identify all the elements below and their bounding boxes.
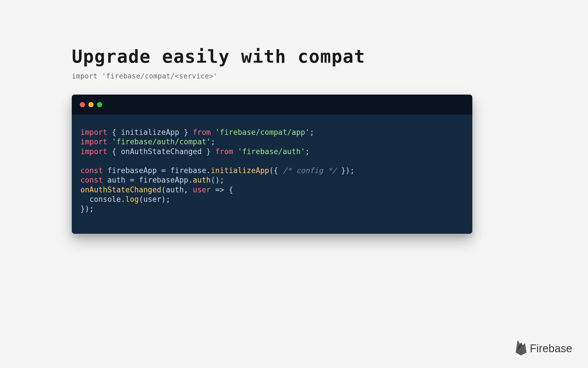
page-title: Upgrade easily with compat (72, 46, 516, 67)
firebase-logo-text: Firebase (530, 342, 572, 355)
window-close-dot (80, 102, 85, 107)
window-zoom-dot (97, 102, 102, 107)
code-window: import { initializeApp } from 'firebase/… (72, 95, 472, 234)
firebase-logo-icon (515, 340, 527, 356)
code-body: import { initializeApp } from 'firebase/… (72, 115, 472, 234)
firebase-logo: Firebase (515, 340, 572, 356)
slide-container: Upgrade easily with compat import 'fireb… (0, 0, 588, 234)
window-minimize-dot (88, 102, 94, 107)
subtitle-code: import 'firebase/compat/<service>' (72, 72, 516, 80)
window-titlebar (72, 95, 472, 115)
